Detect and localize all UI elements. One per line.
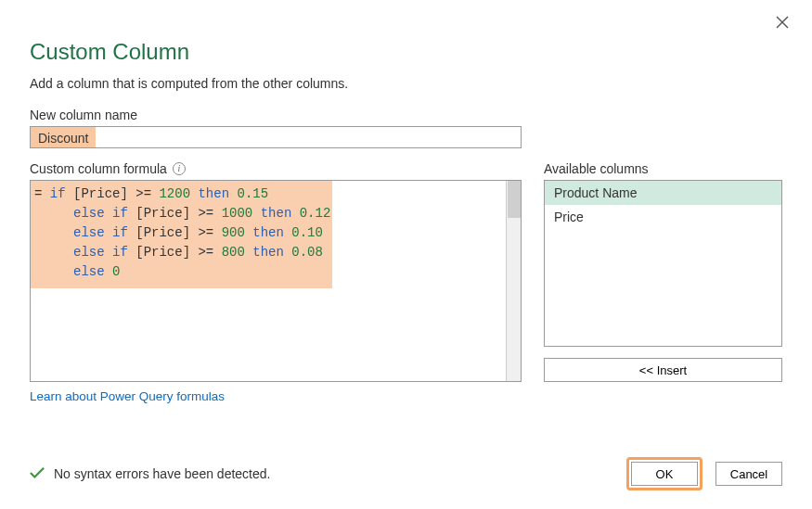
available-columns-list[interactable]: Product NamePrice	[544, 180, 782, 347]
formula-scroll-thumb[interactable]	[508, 181, 521, 218]
formula-scrollbar[interactable]	[506, 181, 521, 381]
available-columns-label: Available columns	[544, 161, 782, 176]
formula-text: = if [Price] >= 1200 then 0.15 else if […	[31, 181, 521, 286]
custom-column-dialog: Custom Column Add a column that is compu…	[0, 0, 812, 509]
available-column-item[interactable]: Price	[545, 205, 781, 229]
status-text: No syntax errors have been detected.	[54, 466, 270, 481]
cancel-button[interactable]: Cancel	[715, 462, 782, 486]
dialog-subtitle: Add a column that is computed from the o…	[30, 76, 782, 91]
column-name-input[interactable]: Discount	[30, 126, 522, 148]
status-row: No syntax errors have been detected.	[30, 466, 270, 482]
learn-link[interactable]: Learn about Power Query formulas	[30, 389, 522, 403]
close-icon	[776, 16, 789, 29]
ok-button[interactable]: OK	[631, 462, 698, 486]
insert-button[interactable]: << Insert	[544, 358, 782, 382]
column-name-label: New column name	[30, 108, 782, 122]
formula-editor[interactable]: = if [Price] >= 1200 then 0.15 else if […	[30, 180, 522, 382]
ok-highlight-ring: OK	[626, 457, 702, 490]
info-icon[interactable]: i	[173, 162, 186, 175]
dialog-title: Custom Column	[30, 39, 782, 65]
check-icon	[30, 466, 45, 482]
column-name-value: Discount	[31, 127, 96, 147]
formula-label: Custom column formula	[30, 161, 167, 176]
available-column-item[interactable]: Product Name	[545, 181, 781, 205]
close-button[interactable]	[771, 11, 793, 33]
